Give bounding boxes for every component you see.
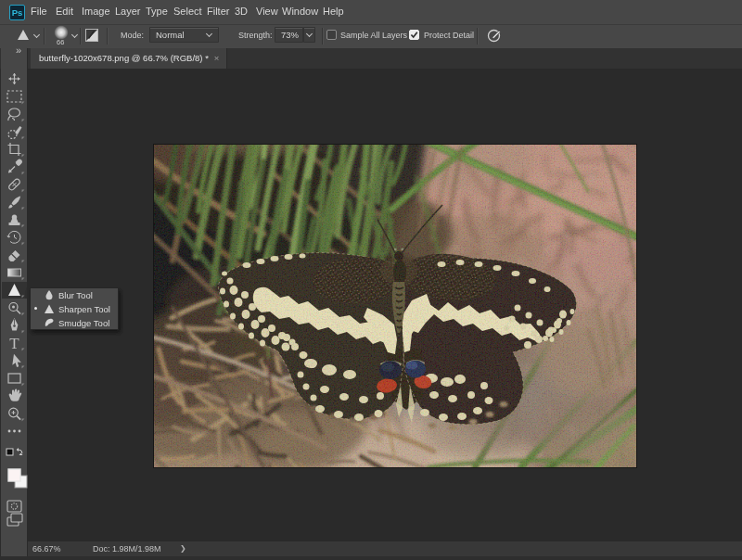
svg-text:T: T [9,335,19,352]
